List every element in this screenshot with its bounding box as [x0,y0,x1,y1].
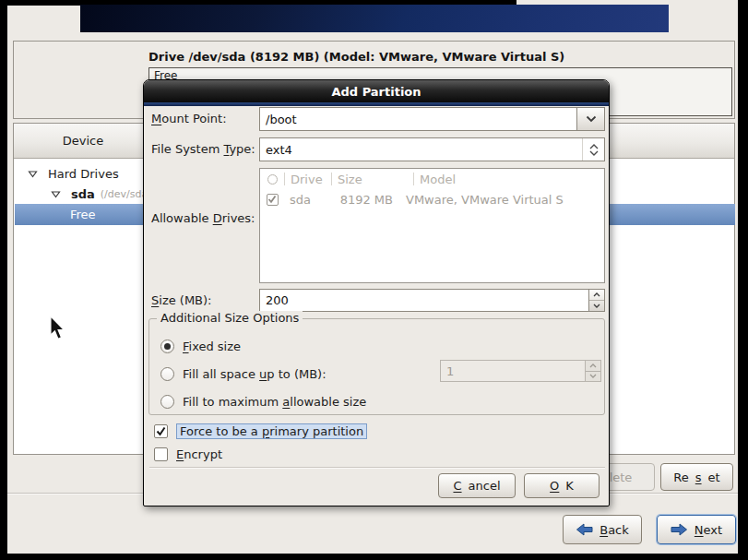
next-button[interactable]: Next [657,515,736,544]
spinner-arrows-icon [585,361,600,381]
tree-item-label: sda [71,187,95,201]
fill-maximum-option[interactable]: Fill to maximum allowable size [160,393,366,410]
drives-header-row: Drive Size Model [260,169,604,189]
radio-column-icon [260,174,284,185]
next-button-label: Next [695,523,722,537]
allowable-drives-table[interactable]: Drive Size Model sda 8192 MB VMware, VMw… [259,168,605,283]
additional-size-options-frame: Additional Size Options Fixed size Fill … [148,318,605,415]
force-primary-label: Force to be a primary partition [176,423,367,439]
drive-model-cell: VMware, VMware Virtual S [400,193,604,207]
column-divider [284,173,285,185]
drive-name-cell: sda [284,193,325,207]
dialog-title-accent [144,102,609,106]
fixed-size-option[interactable]: Fixed size [160,338,241,354]
drive-title: Drive /dev/sda (8192 MB) (Model: VMware,… [148,50,564,64]
fill-up-to-label: Fill all space up to (MB): [183,367,327,381]
size-spinbox[interactable]: 200 [259,289,605,312]
fill-maximum-label: Fill to maximum allowable size [183,395,366,409]
column-divider [331,173,332,185]
fill-up-to-option[interactable]: Fill all space up to (MB): [160,365,327,382]
radio-button[interactable] [160,395,174,409]
next-arrow-icon [671,523,688,536]
ok-button[interactable]: OK [524,473,600,498]
encrypt-checkbox[interactable] [154,447,168,461]
spin-up-icon [586,361,600,372]
tree-item-label: Hard Drives [48,167,119,181]
expander-triangle-icon[interactable] [51,190,62,198]
drive-checkbox[interactable] [267,194,279,206]
encrypt-label: Encrypt [176,447,222,461]
mount-point-combo[interactable]: /boot [259,107,605,131]
column-divider [413,173,414,185]
add-partition-dialog: Add Partition Mount Point: /boot File Sy… [143,79,610,506]
radio-button[interactable] [160,367,174,381]
encrypt-row[interactable]: Encrypt [154,446,222,462]
spin-up-icon[interactable] [589,290,604,301]
chevron-down-icon[interactable] [576,108,604,130]
size-value: 200 [260,293,588,307]
mount-point-value: /boot [260,113,576,126]
size-label: Size (MB): [151,293,212,307]
fixed-size-label: Fixed size [183,340,241,353]
radio-button[interactable] [160,340,174,353]
force-primary-row[interactable]: Force to be a primary partition [154,423,367,439]
spinner-arrows-icon[interactable] [588,290,604,311]
mount-point-label: Mount Point: [151,112,227,125]
back-arrow-icon [576,523,593,536]
fill-up-to-value: 1 [441,364,585,378]
model-column-header: Model [420,173,604,186]
device-column-label: Device [14,134,152,148]
tree-item-label: Free [70,208,96,221]
cancel-button[interactable]: Cancel [438,473,516,498]
additional-size-options-legend: Additional Size Options [157,311,303,325]
drive-column-header: Drive [291,173,331,186]
back-button[interactable]: Back [563,515,642,544]
dialog-button-separator [149,467,605,469]
fs-type-value: ext4 [260,143,582,157]
drive-size-cell: 8192 MB [325,193,400,207]
mouse-cursor [49,316,65,344]
spin-down-icon[interactable] [589,301,604,311]
brand-banner [80,5,669,32]
expander-triangle-icon[interactable] [28,170,39,178]
screen: Drive /dev/sda (8192 MB) (Model: VMware,… [0,0,748,560]
back-button-label: Back [600,523,629,537]
dialog-title: Add Partition [144,80,609,102]
spin-down-icon [586,372,600,382]
combo-updown-icon[interactable] [582,138,604,161]
drive-row-sda[interactable]: sda 8192 MB VMware, VMware Virtual S [260,189,604,209]
reset-button[interactable]: Reset [660,463,733,491]
size-column-header: Size [338,173,413,186]
allowable-drives-label: Allowable Drives: [151,211,255,225]
fs-type-combo[interactable]: ext4 [259,137,605,161]
fill-up-to-spinbox: 1 [440,360,601,382]
fs-type-label: File System Type: [151,142,255,156]
force-primary-checkbox[interactable] [154,424,168,438]
